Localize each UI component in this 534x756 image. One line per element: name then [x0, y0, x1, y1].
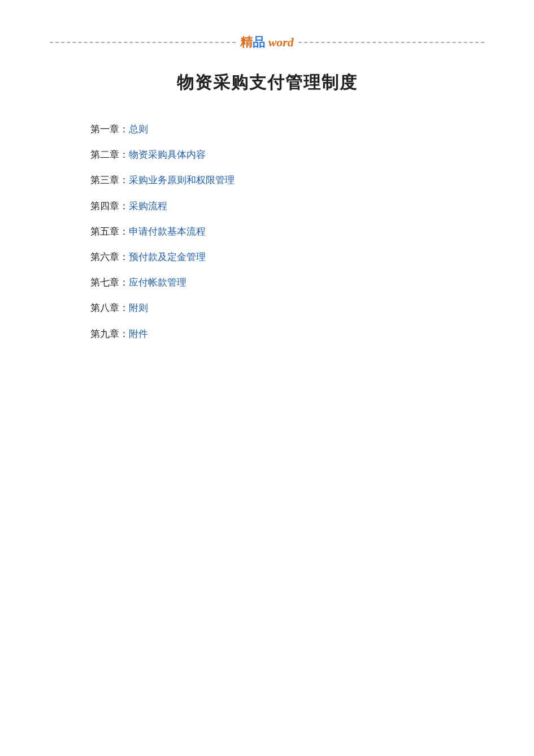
chapter-label: 第七章：: [90, 277, 129, 288]
chapter-title: 总则: [129, 124, 148, 135]
dashed-line-left: [50, 42, 236, 43]
chapter-title: 申请付款基本流程: [129, 226, 206, 237]
chapter-label: 第九章：: [90, 329, 129, 339]
chapter-title: 采购业务原则和权限管理: [129, 175, 235, 185]
toc-item: 第七章：应付帐款管理: [90, 275, 489, 290]
toc-item: 第六章：预付款及定金管理: [90, 249, 489, 265]
chapter-title: 物资采购具体内容: [129, 149, 206, 160]
chapter-label: 第八章：: [90, 303, 129, 313]
table-of-contents: 第一章：总则第二章：物资采购具体内容第三章：采购业务原则和权限管理第四章：采购流…: [90, 122, 489, 342]
toc-item: 第八章：附则: [90, 300, 489, 316]
chapter-title: 采购流程: [129, 201, 167, 211]
chapter-title: 应付帐款管理: [129, 277, 186, 288]
chapter-label: 第一章：: [90, 124, 129, 135]
document-page: 精品 word 物资采购支付管理制度 第一章：总则第二章：物资采购具体内容第三章…: [0, 0, 534, 756]
chapter-label: 第五章：: [90, 226, 129, 237]
document-title: 物资采购支付管理制度: [45, 71, 489, 94]
toc-item: 第二章：物资采购具体内容: [90, 147, 489, 162]
chapter-label: 第六章：: [90, 252, 129, 262]
toc-item: 第三章：采购业务原则和权限管理: [90, 172, 489, 188]
chapter-label: 第二章：: [90, 149, 129, 160]
header-banner: 精品 word: [45, 34, 489, 51]
brand-word: word: [268, 35, 294, 49]
brand-text: 精品 word: [240, 34, 294, 51]
brand-jing: 精: [240, 35, 253, 49]
chapter-title: 附则: [129, 303, 148, 313]
chapter-label: 第三章：: [90, 175, 129, 185]
toc-item: 第四章：采购流程: [90, 198, 489, 214]
toc-item: 第一章：总则: [90, 122, 489, 137]
chapter-title: 预付款及定金管理: [129, 252, 206, 262]
chapter-label: 第四章：: [90, 201, 129, 211]
brand-pin: 品: [253, 35, 265, 49]
toc-item: 第九章：附件: [90, 326, 489, 342]
toc-item: 第五章：申请付款基本流程: [90, 224, 489, 239]
dashed-line-right: [298, 42, 484, 43]
chapter-title: 附件: [129, 329, 148, 339]
